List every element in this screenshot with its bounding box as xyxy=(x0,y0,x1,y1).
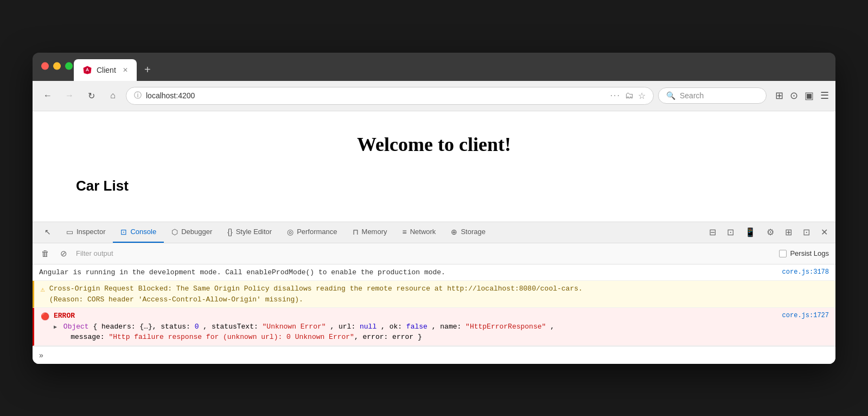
detach-icon[interactable]: ⊡ xyxy=(800,224,813,241)
error-message-content: ERROR ▶ Object { headers: {…}, status: 0… xyxy=(54,311,778,343)
settings-icon[interactable]: ⚙ xyxy=(763,224,777,241)
style-editor-icon: {} xyxy=(227,228,232,236)
devtools-tab-storage[interactable]: ⊕ Storage xyxy=(443,222,493,243)
info-icon: ⓘ xyxy=(134,91,142,100)
devtools-tab-debugger[interactable]: ⬡ Debugger xyxy=(164,222,220,243)
console-message-error: 🔴 ERROR ▶ Object { headers: {…}, status:… xyxy=(33,308,835,346)
tabs-area: Client ✕ + xyxy=(74,53,156,81)
search-placeholder: Search xyxy=(680,91,704,100)
help-icon[interactable]: ⊙ xyxy=(790,90,798,102)
bookmark-icon[interactable]: ☆ xyxy=(638,91,646,101)
address-bar[interactable]: ⓘ localhost:4200 ··· 🗂 ☆ xyxy=(126,87,654,105)
back-button[interactable]: ← xyxy=(39,87,56,104)
debugger-icon: ⬡ xyxy=(171,228,178,236)
home-button[interactable]: ⌂ xyxy=(104,87,122,104)
pocket-icon[interactable]: 🗂 xyxy=(625,91,634,100)
expand-icon[interactable]: ▶ xyxy=(54,324,57,330)
devtools-tab-inspector[interactable]: ▭ Inspector xyxy=(59,222,113,243)
nav-icons: ⊞ ⊙ ▣ ☰ xyxy=(775,90,829,102)
reload-button[interactable]: ↻ xyxy=(82,87,100,104)
console-message-warning: ⚠ Cross-Origin Request Blocked: The Same… xyxy=(33,281,835,308)
tab-title: Client xyxy=(97,66,116,74)
console-messages: Angular is running in the development mo… xyxy=(33,264,835,346)
filter-input[interactable]: Filter output xyxy=(76,249,773,257)
devtools-tabs: ↖ ▭ Inspector ⊡ Console ⬡ Debugger {} St… xyxy=(33,222,835,243)
url-display: localhost:4200 xyxy=(146,91,606,100)
devtools-tab-style-editor[interactable]: {} Style Editor xyxy=(220,222,279,243)
persist-logs-checkbox[interactable] xyxy=(779,250,787,257)
devtools-panel: ↖ ▭ Inspector ⊡ Console ⬡ Debugger {} St… xyxy=(33,222,835,364)
filter-icon: ⊘ xyxy=(58,247,69,261)
nav-bar: ← → ↻ ⌂ ⓘ localhost:4200 ··· 🗂 ☆ 🔍 Searc… xyxy=(33,81,835,111)
devtools-tab-picker[interactable]: ↖ xyxy=(37,222,59,243)
browser-window: Client ✕ + ← → ↻ ⌂ ⓘ localhost:4200 ··· … xyxy=(33,53,835,364)
split-console-icon[interactable]: ⊡ xyxy=(724,224,737,241)
dock-icon[interactable]: ⊞ xyxy=(782,224,795,241)
minimize-button[interactable] xyxy=(53,62,61,70)
memory-icon: ⊓ xyxy=(353,228,359,236)
persist-logs-option[interactable]: Persist Logs xyxy=(779,249,829,257)
angular-icon xyxy=(82,65,92,75)
error-label: ERROR xyxy=(54,312,75,320)
devtools-tab-memory[interactable]: ⊓ Memory xyxy=(345,222,395,243)
persist-logs-label: Persist Logs xyxy=(790,249,829,257)
error-icon: 🔴 xyxy=(41,312,49,323)
devtools-actions: ⊟ ⊡ 📱 ⚙ ⊞ ⊡ ✕ xyxy=(706,224,831,241)
error-obj-line1: ▶ Object { headers: {…}, status: 0 , sta… xyxy=(54,322,778,332)
responsive-design-icon[interactable]: ⊟ xyxy=(706,224,719,241)
forward-button[interactable]: → xyxy=(61,87,78,104)
warning-message-text: Cross-Origin Request Blocked: The Same O… xyxy=(49,283,829,305)
picker-icon: ↖ xyxy=(44,228,51,236)
clear-console-button[interactable]: 🗑 xyxy=(39,247,52,260)
traffic-lights xyxy=(41,62,73,70)
warning-icon: ⚠ xyxy=(41,285,45,295)
error-label-line: ERROR xyxy=(54,311,778,322)
devtools-tab-performance[interactable]: ◎ Performance xyxy=(279,222,344,243)
performance-icon: ◎ xyxy=(287,228,293,236)
network-icon: ≡ xyxy=(403,228,407,236)
browser-content: Welcome to client! Car List xyxy=(33,111,835,222)
info-message-text: Angular is running in the development mo… xyxy=(39,267,778,278)
devtools-tab-console[interactable]: ⊡ Console xyxy=(113,222,164,243)
console-toolbar: 🗑 ⊘ Filter output Persist Logs xyxy=(33,243,835,264)
error-obj-text: Object xyxy=(63,323,89,331)
devtools-tab-network[interactable]: ≡ Network xyxy=(395,222,444,243)
title-bar: Client ✕ + xyxy=(33,53,835,81)
menu-icon[interactable]: ☰ xyxy=(820,90,829,102)
library-icon[interactable]: ⊞ xyxy=(775,90,783,102)
search-icon: 🔍 xyxy=(666,91,675,100)
tab-close-icon[interactable]: ✕ xyxy=(123,66,128,74)
console-message-info: Angular is running in the development mo… xyxy=(33,264,835,281)
search-bar[interactable]: 🔍 Search xyxy=(658,87,767,104)
console-prompt-icon: » xyxy=(39,351,43,360)
console-input-row: » xyxy=(33,346,835,364)
storage-icon: ⊕ xyxy=(451,228,457,236)
close-button[interactable] xyxy=(41,62,49,70)
section-heading: Car List xyxy=(76,178,792,194)
console-icon: ⊡ xyxy=(120,228,127,236)
error-message-source[interactable]: core.js:1727 xyxy=(782,311,829,320)
close-devtools-icon[interactable]: ✕ xyxy=(818,224,831,241)
page-heading: Welcome to client! xyxy=(76,133,792,156)
fullscreen-button[interactable] xyxy=(65,62,73,70)
error-obj-line2: message: "Http failure response for (unk… xyxy=(54,332,778,343)
inspector-icon: ▭ xyxy=(66,228,73,236)
device-icon[interactable]: 📱 xyxy=(742,224,759,241)
tab-client[interactable]: Client ✕ xyxy=(74,59,137,81)
sidebar-icon[interactable]: ▣ xyxy=(805,90,814,102)
new-tab-button[interactable]: + xyxy=(139,61,156,79)
info-message-source[interactable]: core.js:3178 xyxy=(782,267,829,277)
more-options-icon[interactable]: ··· xyxy=(610,91,621,100)
